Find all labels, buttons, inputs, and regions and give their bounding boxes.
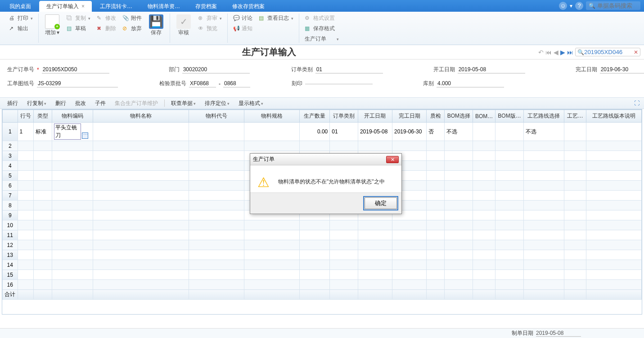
help-icon[interactable]: ? [575, 2, 583, 10]
search-icon: 🔍 [577, 49, 584, 55]
insert-row-button[interactable]: 插行 [5, 99, 21, 108]
link-doc-button[interactable]: 联查单据▾ [168, 99, 198, 108]
column-header[interactable]: 开工日期 [358, 110, 392, 123]
tab-bom[interactable]: 物料清单资… [140, 1, 187, 12]
attach-button[interactable]: 附件 [121, 14, 144, 23]
eye-icon [198, 25, 205, 32]
save-button[interactable]: 保存 [146, 14, 166, 37]
copy-row-button[interactable]: 行复制▾ [24, 99, 49, 108]
column-header[interactable]: 物料代号 [189, 110, 244, 123]
nav-search-input[interactable] [584, 49, 634, 55]
column-header[interactable]: 质检 [427, 110, 445, 123]
order-no-label: 生产订单号 [7, 66, 34, 73]
table-row[interactable]: 2 [3, 141, 642, 151]
end-date-label: 完工日期 [576, 66, 597, 73]
table-row[interactable]: 12 [3, 240, 642, 250]
nav-prev-icon[interactable]: ◀ [554, 49, 558, 56]
column-header[interactable]: BOM版… [495, 110, 524, 123]
preview-button[interactable]: 预览 [196, 24, 224, 33]
nav-next-icon[interactable]: ▶ [560, 49, 565, 56]
status-bar: 制单日期 2019-05-08 [0, 328, 644, 338]
column-header[interactable]: 物料名称 [93, 110, 189, 123]
barcode-search-input[interactable] [597, 2, 638, 9]
add-button[interactable]: 增加▾ [42, 14, 62, 37]
start-date-field[interactable]: 2019-05-08 [458, 66, 525, 73]
paperclip-icon [122, 15, 130, 22]
print-button[interactable]: 打印▾ [7, 14, 35, 23]
table-row[interactable]: 15 [3, 270, 642, 280]
column-header[interactable]: 订单类别 [330, 110, 358, 123]
tab-desktop[interactable]: 我的桌面 [2, 1, 38, 12]
batch-a-field[interactable]: XF0868 [189, 80, 216, 87]
column-header[interactable]: 工艺路线版本说明 [586, 110, 641, 123]
delete-row-button[interactable]: 删行 [53, 99, 69, 108]
tab-route-card[interactable]: 工序流转卡… [93, 1, 140, 12]
sort-button[interactable]: 排序定位▾ [202, 99, 232, 108]
dept-field[interactable]: 30020200 [182, 66, 250, 73]
aggregate-button[interactable]: 集合生产订单维护 [112, 99, 161, 108]
table-row[interactable]: 16 [3, 280, 642, 290]
nav-undo-icon[interactable]: ↶ [538, 49, 544, 56]
discuss-button[interactable]: 讨论 [231, 14, 254, 23]
draft-button[interactable]: 草稿 [65, 24, 92, 33]
table-row[interactable]: 11标准平头立铣刀0.00012019-05-082019-06-30否不选不选 [3, 123, 642, 141]
notify-button[interactable]: 通知 [231, 24, 254, 33]
abandon-button[interactable]: 放弃 [121, 24, 144, 33]
stamp-field[interactable] [305, 83, 373, 84]
category-field[interactable]: 01 [315, 66, 383, 73]
batch-b-field[interactable]: 0868 [223, 80, 250, 87]
batch-edit-button[interactable]: 批改 [72, 99, 89, 108]
reject-button[interactable]: 弃审▾ [196, 14, 224, 23]
export-button[interactable]: 输出 [7, 24, 35, 33]
expand-icon[interactable]: ⛶ [634, 100, 639, 106]
table-row[interactable]: 14 [3, 260, 642, 270]
dialog-message: 物料清单的状态不在"允许物料清单状态"之中 [278, 178, 385, 186]
nav-last-icon[interactable]: ⏭ [567, 49, 573, 56]
nav-search[interactable]: 🔍 ✕ [575, 48, 640, 56]
alert-dialog: 生产订单 ✕ 物料清单的状态不在"允许物料清单状态"之中 确定 [250, 153, 402, 214]
format-button[interactable]: 格式设置 [303, 14, 341, 23]
clear-icon[interactable]: ✕ [634, 49, 638, 55]
create-date-label: 制单日期 [512, 329, 533, 337]
copy-button[interactable]: 复制▾ [65, 14, 92, 23]
lookup-icon[interactable] [82, 132, 88, 139]
abandon-icon [122, 25, 130, 32]
column-header[interactable]: BOM… [473, 110, 495, 123]
saveformat-button[interactable]: 保存格式 [303, 24, 341, 33]
store-field[interactable]: 4.000 [437, 80, 504, 87]
child-item-button[interactable]: 子件 [92, 99, 108, 108]
close-icon[interactable]: ✕ [386, 156, 399, 163]
table-row[interactable]: 11 [3, 230, 642, 240]
order-no-field[interactable]: 201905XD050 [42, 66, 109, 73]
audit-button[interactable]: 审核 [174, 14, 194, 37]
header-form: 生产订单号*201905XD050 部门30020200 订单类别01 开工日期… [0, 59, 644, 97]
column-header[interactable]: 完工日期 [392, 110, 427, 123]
log-button[interactable]: 查看日志▾ [257, 14, 295, 23]
column-header[interactable]: 工艺… [564, 110, 586, 123]
delete-button[interactable]: 删除 [95, 24, 118, 33]
column-header[interactable]: 物料规格 [244, 110, 300, 123]
barcode-search[interactable]: 🔍 [586, 1, 640, 10]
table-row[interactable]: 13 [3, 250, 642, 260]
tab-edit-inventory[interactable]: 修改存货档案 [225, 1, 272, 12]
smiley-icon[interactable]: ☺ [559, 2, 567, 10]
tab-order-input[interactable]: 生产订单输入 [39, 1, 92, 12]
column-header[interactable]: 物料编码 [52, 110, 93, 123]
nav-first-icon[interactable]: ⏮ [545, 49, 552, 56]
doctype-dropdown[interactable]: 生产订单▾ [303, 34, 341, 44]
table-row[interactable]: 10 [3, 220, 642, 230]
display-format-button[interactable]: 显示格式▾ [236, 99, 266, 108]
drawing-no-field[interactable]: JS-03299 [37, 80, 118, 87]
column-header[interactable]: 工艺路线选择 [524, 110, 564, 123]
column-header[interactable]: 生产数量 [300, 110, 330, 123]
column-header[interactable]: 类型 [34, 110, 52, 123]
drawing-no-label: 工单图纸号 [7, 80, 34, 87]
column-header[interactable]: BOM选择 [445, 110, 473, 123]
edit-button[interactable]: 修改 [95, 14, 118, 23]
column-header[interactable]: 行号 [18, 110, 34, 123]
dialog-title-bar[interactable]: 生产订单 ✕ [250, 154, 401, 165]
ok-button[interactable]: 确定 [365, 197, 397, 209]
smiley-dropdown-icon[interactable]: ▾ [570, 3, 572, 9]
tab-inventory[interactable]: 存货档案 [188, 1, 224, 12]
end-date-field[interactable]: 2019-06-30 [600, 66, 644, 73]
